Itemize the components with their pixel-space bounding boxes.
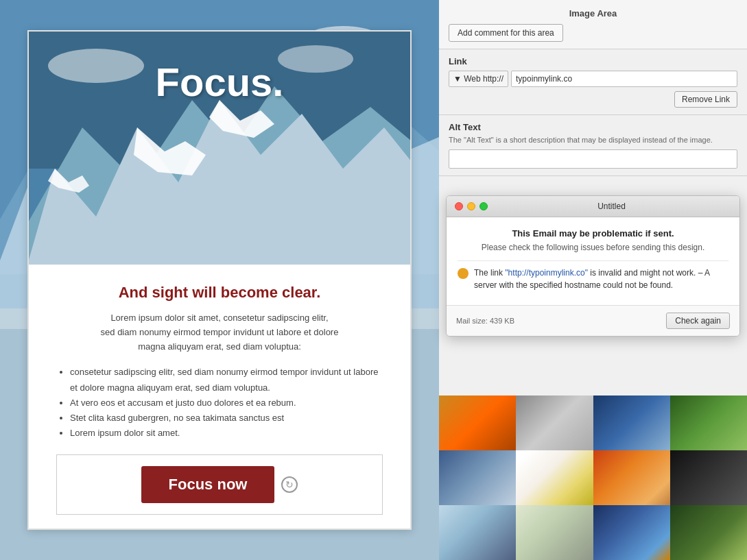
dialog-warning-title: This Email may be problematic if sent.: [458, 228, 728, 239]
link-section: Link ▼ Web http:// Remove Link: [439, 49, 747, 115]
alt-text-section: Alt Text The "Alt Text" is a short descr…: [439, 115, 747, 176]
dialog-title: Untitled: [492, 202, 731, 211]
dialog-issue: The link "http://typoinmylink.co" is inv…: [458, 260, 728, 297]
card-hero: Focus.: [29, 32, 410, 265]
add-comment-button[interactable]: Add comment for this area: [449, 24, 563, 42]
alt-text-input[interactable]: [449, 149, 737, 169]
link-input-row: ▼ Web http://: [449, 71, 737, 87]
thumbnail-7[interactable]: [593, 450, 670, 505]
warning-icon: [458, 268, 469, 279]
dialog-warning-subtitle: Please check the following issues before…: [458, 243, 728, 252]
minimize-button-icon[interactable]: [467, 202, 475, 210]
maximize-button-icon[interactable]: [479, 202, 488, 210]
image-area-title: Image Area: [449, 8, 737, 19]
issue-text: The link "http://typoinmylink.co" is inv…: [474, 267, 728, 291]
thumbnail-4[interactable]: [670, 395, 747, 450]
list-item: consetetur sadipscing elitr, sed diam no…: [70, 365, 383, 395]
card-para: Lorem ipsum dolor sit amet, consetetur s…: [56, 311, 383, 354]
list-item: At vero eos et accusam et justo duo dolo…: [70, 395, 383, 411]
right-panel: Image Area Add comment for this area Lin…: [439, 0, 747, 560]
mail-size-text: Mail size: 439 KB: [456, 317, 514, 325]
alt-text-title: Alt Text: [449, 122, 737, 132]
cta-button[interactable]: Focus now: [141, 466, 275, 503]
image-area-section: Image Area Add comment for this area: [439, 0, 747, 49]
thumbnail-6[interactable]: [516, 450, 593, 505]
dialog-body: This Email may be problematic if sent. P…: [447, 217, 739, 297]
thumbnail-11[interactable]: [593, 505, 670, 560]
thumbnail-3[interactable]: [593, 395, 670, 450]
dialog-footer: Mail size: 439 KB Check again: [447, 305, 739, 336]
thumbnail-9[interactable]: [439, 505, 516, 560]
card-heading: And sight will become clear.: [56, 284, 383, 302]
issue-link[interactable]: "http://typoinmylink.co": [505, 268, 588, 278]
check-again-button[interactable]: Check again: [666, 313, 730, 329]
thumbnail-12[interactable]: [670, 505, 747, 560]
remove-link-button[interactable]: Remove Link: [674, 91, 737, 108]
thumbnail-grid: [439, 395, 747, 560]
warning-dialog: Untitled This Email may be problematic i…: [446, 195, 740, 337]
refresh-icon[interactable]: ↻: [281, 476, 298, 493]
left-panel: Focus. And sight will become clear. Lore…: [0, 0, 439, 560]
link-label: Link: [449, 56, 737, 66]
list-item: Lorem ipsum dolor sit amet.: [70, 426, 383, 441]
link-type-select[interactable]: ▼ Web http://: [449, 71, 508, 87]
cta-wrapper: Focus now ↻: [56, 454, 383, 515]
close-button-icon[interactable]: [455, 202, 463, 210]
thumbnail-8[interactable]: [670, 450, 747, 505]
thumbnail-10[interactable]: [516, 505, 593, 560]
email-card: Focus. And sight will become clear. Lore…: [27, 30, 412, 530]
thumbnail-1[interactable]: [439, 395, 516, 450]
thumbnail-5[interactable]: [439, 450, 516, 505]
alt-text-description: The "Alt Text" is a short description th…: [449, 135, 737, 145]
card-body: And sight will become clear. Lorem ipsum…: [29, 265, 410, 528]
hero-title: Focus.: [29, 59, 410, 105]
link-url-input[interactable]: [511, 71, 737, 87]
list-item: Stet clita kasd gubergren, no sea takima…: [70, 411, 383, 426]
thumbnail-2[interactable]: [516, 395, 593, 450]
card-list: consetetur sadipscing elitr, sed diam no…: [56, 365, 383, 440]
dialog-titlebar: Untitled: [447, 196, 739, 217]
